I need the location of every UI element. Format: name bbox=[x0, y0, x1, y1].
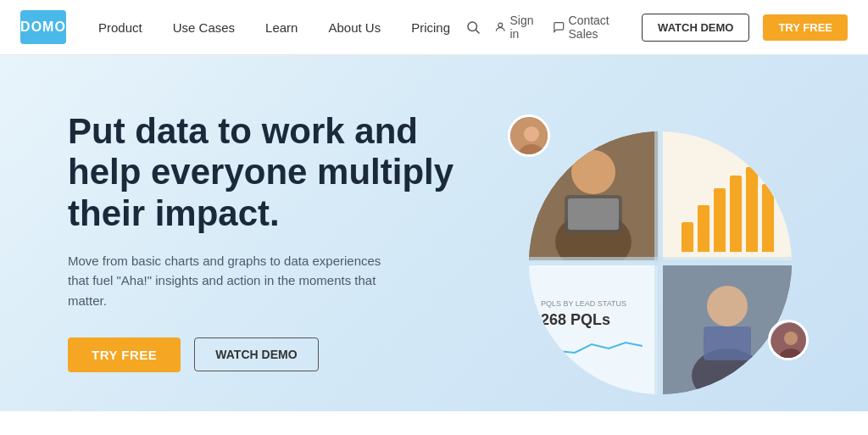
watch-demo-hero-button[interactable]: WATCH DEMO bbox=[194, 337, 318, 371]
chart-bar-2 bbox=[698, 205, 709, 252]
hero-content: Put data to work and help everyone multi… bbox=[68, 111, 458, 372]
hero-visual: PQLS BY LEAD STATUS 268 PQLs bbox=[461, 106, 817, 377]
svg-point-7 bbox=[571, 150, 615, 194]
stat-value: 268 PQLs bbox=[541, 311, 646, 329]
try-free-header-button[interactable]: TRY FREE bbox=[763, 14, 848, 41]
svg-point-2 bbox=[498, 23, 503, 27]
chart-bar-5 bbox=[746, 167, 758, 252]
svg-point-0 bbox=[468, 22, 477, 31]
svg-point-12 bbox=[707, 286, 748, 326]
hero-subtitle: Move from basic charts and graphs to dat… bbox=[68, 251, 390, 310]
contact-sales-button[interactable]: Contact Sales bbox=[553, 14, 628, 41]
svg-line-1 bbox=[476, 30, 479, 33]
chart-bar-1 bbox=[682, 222, 693, 252]
signin-button[interactable]: Sign in bbox=[494, 14, 539, 41]
chart-bar-3 bbox=[714, 188, 726, 252]
logo[interactable]: DOMO bbox=[20, 10, 66, 44]
circle-visual: PQLS BY LEAD STATUS 268 PQLs bbox=[529, 131, 792, 394]
search-button[interactable] bbox=[465, 20, 481, 35]
header: DOMO Product Use Cases Learn About Us Pr… bbox=[0, 0, 868, 55]
svg-rect-14 bbox=[704, 326, 751, 360]
sparkline bbox=[541, 336, 643, 361]
chart-bar-4 bbox=[730, 176, 742, 252]
header-right: Sign in Contact Sales WATCH DEMO TRY FRE… bbox=[465, 14, 848, 42]
nav-about-us[interactable]: About Us bbox=[313, 0, 396, 55]
nav-product[interactable]: Product bbox=[83, 0, 158, 55]
avatar-top bbox=[508, 114, 550, 157]
signin-label: Sign in bbox=[509, 14, 538, 41]
search-icon bbox=[465, 20, 481, 35]
svg-point-16 bbox=[784, 332, 798, 345]
logo-text: DOMO bbox=[20, 20, 66, 35]
try-free-hero-button[interactable]: TRY FREE bbox=[68, 337, 181, 372]
features-section: Business Apps Make better, faster decisi… bbox=[0, 411, 868, 435]
chat-icon bbox=[553, 20, 565, 35]
watch-demo-header-button[interactable]: WATCH DEMO bbox=[642, 14, 749, 42]
contact-label: Contact Sales bbox=[569, 14, 629, 41]
hero-buttons: TRY FREE WATCH DEMO bbox=[68, 337, 458, 372]
main-nav: Product Use Cases Learn About Us Pricing bbox=[83, 0, 465, 55]
nav-use-cases[interactable]: Use Cases bbox=[158, 0, 250, 55]
header-left: DOMO Product Use Cases Learn About Us Pr… bbox=[20, 0, 465, 55]
chart-bar-6 bbox=[762, 184, 774, 252]
nav-learn[interactable]: Learn bbox=[250, 0, 313, 55]
hero-section: Put data to work and help everyone multi… bbox=[0, 55, 868, 411]
svg-rect-10 bbox=[568, 198, 619, 230]
stat-label: PQLS BY LEAD STATUS bbox=[541, 299, 646, 308]
svg-point-4 bbox=[524, 126, 539, 142]
avatar-bottom bbox=[768, 320, 809, 360]
hero-title: Put data to work and help everyone multi… bbox=[68, 111, 458, 234]
nav-pricing[interactable]: Pricing bbox=[396, 0, 465, 55]
user-icon bbox=[494, 20, 506, 35]
